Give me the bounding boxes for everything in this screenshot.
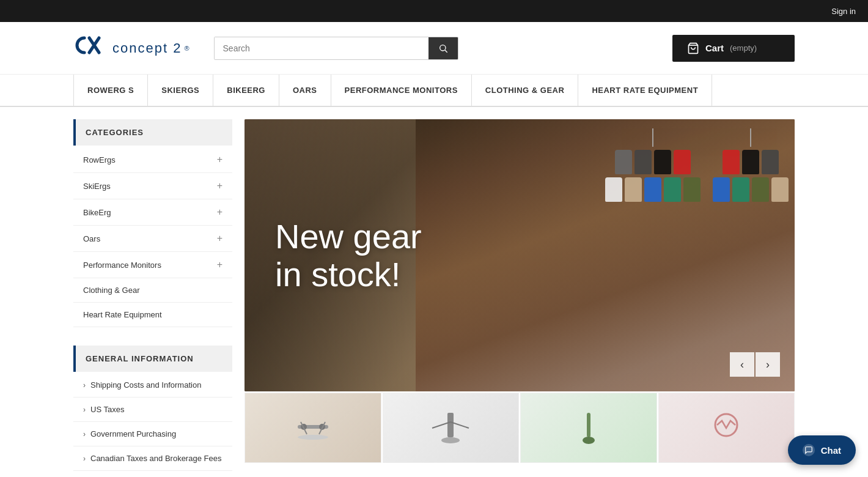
sidebar-cat-label: Heart Rate Equipment	[83, 310, 162, 319]
general-info-section: GENERAL INFORMATION › Shipping Costs and…	[73, 346, 232, 477]
cart-button[interactable]: Cart (empty)	[672, 35, 795, 62]
sidebar-info-shipping[interactable]: › Shipping Costs and Information	[73, 373, 232, 398]
info-label: Government Purchasing	[90, 429, 176, 438]
cart-area: Cart (empty)	[672, 35, 795, 62]
expand-icon-rowerg: +	[217, 154, 223, 165]
cart-label: Cart	[705, 43, 724, 53]
sidebar-item-heart-rate[interactable]: Heart Rate Equipment	[73, 303, 232, 327]
info-label: Shipping Costs and Information	[90, 380, 201, 390]
top-bar: Sign in	[0, 0, 868, 22]
expand-icon-oars: +	[217, 233, 223, 244]
chat-label: Chat	[821, 445, 841, 456]
chevron-icon: ›	[83, 454, 86, 463]
info-label: Canadian Taxes and Brokerage Fees	[90, 454, 221, 463]
info-label: US Taxes	[90, 405, 124, 414]
cart-icon	[687, 42, 699, 54]
next-arrow-button[interactable]: ›	[756, 352, 780, 377]
product-thumb-1[interactable]	[245, 393, 381, 463]
product-svg-3	[567, 410, 610, 446]
chat-icon	[803, 444, 815, 456]
main-content: CATEGORIES RowErgs + SkiErgs + BikeErg +…	[0, 107, 868, 477]
sidebar: CATEGORIES RowErgs + SkiErgs + BikeErg +…	[73, 107, 245, 477]
product-thumb-2[interactable]	[383, 393, 520, 463]
nav-item-oars[interactable]: OARS	[279, 75, 331, 106]
expand-icon-skiergs: +	[217, 180, 223, 191]
categories-title: CATEGORIES	[73, 119, 232, 146]
general-info-title: GENERAL INFORMATION	[73, 346, 232, 372]
product-svg-1	[292, 413, 334, 443]
search-input[interactable]	[215, 37, 428, 59]
product-image-2	[429, 407, 472, 449]
product-thumb-3[interactable]	[520, 393, 657, 463]
sidebar-cat-label: SkiErgs	[83, 182, 111, 191]
sidebar-info-canadian-taxes[interactable]: › Canadian Taxes and Brokerage Fees	[73, 446, 232, 471]
expand-icon-bikeerg: +	[217, 207, 223, 218]
sidebar-cat-label: Oars	[83, 234, 100, 243]
sidebar-info-us-taxes[interactable]: › US Taxes	[73, 398, 232, 422]
signin-link[interactable]: Sign in	[831, 7, 856, 16]
svg-point-2	[440, 45, 445, 50]
chat-button[interactable]: Chat	[788, 435, 856, 465]
chevron-icon: ›	[83, 381, 86, 390]
chevron-icon: ›	[83, 430, 86, 438]
sidebar-cat-label: BikeErg	[83, 208, 111, 217]
svg-rect-15	[587, 413, 590, 437]
search-area	[214, 37, 648, 60]
sidebar-cat-label: Clothing & Gear	[83, 286, 140, 295]
hero-area: New gear in stock! ‹ ›	[245, 107, 795, 477]
nav-item-bikeerg[interactable]: BIKEERG	[213, 75, 279, 106]
logo-svg	[73, 33, 110, 57]
sidebar-item-clothing-gear[interactable]: Clothing & Gear	[73, 278, 232, 303]
product-svg-2	[429, 410, 472, 446]
sidebar-item-oars[interactable]: Oars +	[73, 226, 232, 252]
cart-status: (empty)	[730, 43, 757, 53]
product-image-4	[705, 407, 748, 449]
chevron-icon: ›	[83, 405, 86, 414]
main-nav: ROWERG S SKIERGS BIKEERG OARS PERFORMANC…	[0, 75, 868, 107]
svg-point-17	[715, 414, 737, 436]
logo-icon	[73, 33, 110, 63]
chat-bubble-icon	[804, 446, 813, 454]
product-thumb-4[interactable]	[658, 393, 795, 463]
product-image-1	[292, 407, 334, 449]
categories-section: CATEGORIES RowErgs + SkiErgs + BikeErg +…	[73, 119, 232, 327]
nav-item-heart-rate-equipment[interactable]: HEART RATE EQUIPMENT	[578, 75, 712, 106]
logo-text: concept 2	[112, 40, 182, 56]
hero-text: New gear in stock!	[245, 181, 452, 330]
sidebar-info-payment[interactable]: › Payment Methods	[73, 471, 232, 477]
search-icon	[438, 43, 448, 53]
nav-item-skiergs[interactable]: SKIERGS	[148, 75, 213, 106]
logo-area: concept 2 ®	[73, 33, 189, 63]
prev-arrow-button[interactable]: ‹	[730, 352, 754, 377]
svg-line-3	[445, 50, 447, 53]
product-row	[245, 393, 795, 463]
product-svg-4	[705, 410, 748, 446]
store-scene	[416, 119, 795, 391]
nav-item-performance-monitors[interactable]: PERFORMANCE MONITORS	[331, 75, 472, 106]
svg-point-5	[298, 435, 328, 440]
product-image-3	[567, 407, 610, 449]
sidebar-cat-label: RowErgs	[83, 155, 116, 165]
svg-rect-11	[447, 413, 454, 437]
nav-item-clothing-gear[interactable]: CLOTHING & GEAR	[472, 75, 579, 106]
hero-nav-arrows: ‹ ›	[730, 352, 780, 377]
sidebar-item-rowerg[interactable]: RowErgs +	[73, 147, 232, 173]
search-box	[214, 37, 458, 60]
sidebar-cat-label: Performance Monitors	[83, 261, 161, 270]
svg-point-16	[583, 437, 595, 444]
sidebar-item-bikeerg[interactable]: BikeErg +	[73, 199, 232, 226]
nav-item-rowerg[interactable]: ROWERG S	[73, 75, 148, 106]
expand-icon-performance: +	[217, 259, 223, 270]
search-button[interactable]	[428, 37, 458, 59]
header: concept 2 ® Cart (empty)	[0, 22, 868, 75]
sidebar-item-performance-monitors[interactable]: Performance Monitors +	[73, 252, 232, 278]
logo: concept 2 ®	[73, 33, 189, 63]
sidebar-info-government[interactable]: › Government Purchasing	[73, 422, 232, 446]
sidebar-item-skiergs[interactable]: SkiErgs +	[73, 173, 232, 199]
hero-headline: New gear in stock!	[275, 218, 422, 293]
hero-banner: New gear in stock! ‹ ›	[245, 119, 795, 391]
svg-point-14	[441, 437, 460, 443]
